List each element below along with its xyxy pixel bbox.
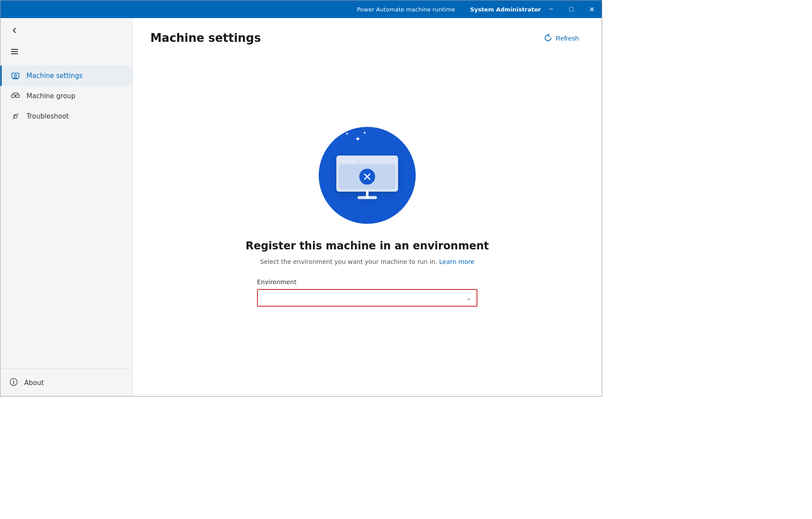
machine-group-icon — [11, 91, 20, 101]
monitor-illustration — [332, 147, 402, 204]
restore-button[interactable]: □ — [561, 0, 581, 18]
troubleshoot-icon — [11, 111, 20, 121]
sidebar-item-machine-group[interactable]: Machine group — [0, 86, 132, 106]
refresh-button[interactable]: Refresh — [539, 30, 584, 45]
register-subtitle: Select the environment you want your mac… — [260, 258, 474, 265]
illustration-circle: ✦ ✦ ✦ — [319, 127, 416, 224]
machine-settings-icon — [11, 71, 20, 81]
center-content: ✦ ✦ ✦ — [133, 54, 602, 397]
svg-point-8 — [342, 159, 345, 162]
close-button[interactable]: ✕ — [581, 0, 602, 18]
main-content: Machine settings Refresh ✦ ✦ ✦ — [133, 18, 602, 397]
back-button[interactable] — [7, 23, 22, 37]
sidebar-bottom: About — [0, 368, 132, 397]
sidebar: Machine settings Machine group — [0, 18, 133, 397]
environment-dropdown[interactable]: ⌄ — [257, 289, 477, 307]
sidebar-label-machine-settings: Machine settings — [26, 72, 82, 80]
sidebar-label-machine-group: Machine group — [26, 92, 75, 100]
register-title: Register this machine in an environment — [246, 240, 489, 252]
app-layout: Machine settings Machine group — [0, 18, 602, 397]
environment-label: Environment — [257, 278, 477, 285]
learn-more-link[interactable]: Learn more — [439, 258, 474, 265]
svg-rect-3 — [16, 95, 19, 97]
svg-rect-2 — [11, 95, 15, 97]
main-header: Machine settings Refresh — [133, 18, 602, 54]
title-bar-user: System Administrator — [470, 6, 541, 13]
sidebar-item-troubleshoot[interactable]: Troubleshoot — [0, 106, 132, 126]
refresh-icon — [544, 34, 552, 42]
star-decoration-3: ✦ — [363, 130, 366, 135]
environment-section: Environment ⌄ — [257, 278, 477, 307]
about-label: About — [24, 379, 44, 387]
menu-button[interactable] — [7, 44, 22, 59]
page-title: Machine settings — [150, 31, 261, 44]
title-bar: Power Automate machine runtime System Ad… — [0, 0, 602, 18]
sidebar-item-machine-settings[interactable]: Machine settings — [0, 66, 132, 86]
svg-point-10 — [351, 159, 354, 162]
star-decoration-1: ✦ — [345, 131, 349, 136]
about-icon — [9, 378, 18, 388]
svg-rect-13 — [358, 196, 377, 199]
svg-point-1 — [15, 74, 17, 77]
minimize-button[interactable]: − — [541, 0, 561, 18]
star-decoration-2: ✦ — [355, 135, 361, 143]
sidebar-top — [0, 18, 132, 43]
sidebar-nav: Machine settings Machine group — [0, 62, 132, 368]
svg-point-9 — [346, 159, 349, 162]
title-bar-title: Power Automate machine runtime — [357, 6, 455, 13]
chevron-down-icon: ⌄ — [466, 294, 471, 301]
about-item[interactable]: About — [9, 374, 123, 392]
refresh-label: Refresh — [555, 34, 579, 42]
title-bar-controls: − □ ✕ — [541, 0, 602, 18]
svg-point-6 — [13, 380, 14, 381]
sidebar-label-troubleshoot: Troubleshoot — [26, 112, 69, 120]
svg-rect-0 — [12, 73, 19, 78]
